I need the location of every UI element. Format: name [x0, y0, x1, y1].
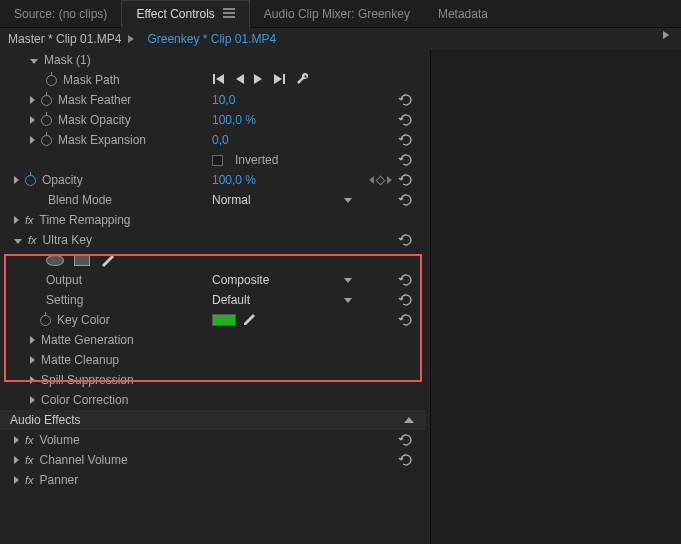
fx-badge-icon: fx: [25, 214, 34, 226]
tab-audio-mixer[interactable]: Audio Clip Mixer: Greenkey: [250, 0, 424, 28]
inverted-row: Inverted: [0, 150, 426, 170]
inverted-label: Inverted: [235, 153, 278, 167]
reset-button[interactable]: [398, 273, 414, 287]
color-corr-label: Color Correction: [41, 393, 128, 407]
rect-mask-icon[interactable]: [74, 254, 90, 266]
twisty-closed-icon[interactable]: [30, 356, 35, 364]
mask-feather-label: Mask Feather: [58, 93, 131, 107]
stopwatch-icon[interactable]: [46, 75, 57, 86]
dropdown-arrow-icon: [344, 298, 352, 303]
stopwatch-active-icon[interactable]: [25, 175, 36, 186]
matte-gen-row[interactable]: Matte Generation: [0, 330, 426, 350]
setting-dropdown[interactable]: Default: [212, 293, 352, 307]
prev-keyframe-icon[interactable]: [369, 176, 374, 184]
eyedropper-icon[interactable]: [242, 313, 256, 327]
volume-row[interactable]: fx Volume: [0, 430, 426, 450]
play-icon[interactable]: [254, 73, 264, 87]
audio-effects-header[interactable]: Audio Effects: [0, 410, 426, 430]
ultra-key-row[interactable]: fx Ultra Key: [0, 230, 426, 250]
mask-opacity-label: Mask Opacity: [58, 113, 131, 127]
reset-button[interactable]: [398, 293, 414, 307]
keyframe-nav: [369, 176, 392, 184]
key-color-row: Key Color: [0, 310, 426, 330]
twisty-closed-icon[interactable]: [14, 176, 19, 184]
stopwatch-icon[interactable]: [41, 95, 52, 106]
twisty-closed-icon[interactable]: [30, 336, 35, 344]
reset-button[interactable]: [398, 453, 414, 467]
tab-source[interactable]: Source: (no clips): [0, 0, 121, 28]
ultra-key-label: Ultra Key: [43, 233, 92, 247]
mask-shape-tools: [0, 250, 426, 270]
blend-mode-label: Blend Mode: [48, 193, 112, 207]
pen-mask-icon[interactable]: [100, 253, 114, 267]
panel-menu-icon[interactable]: [223, 7, 235, 21]
stopwatch-icon[interactable]: [40, 315, 51, 326]
key-color-swatch[interactable]: [212, 314, 236, 326]
timeline-pane[interactable]: [430, 50, 681, 544]
key-color-label: Key Color: [57, 313, 110, 327]
mask-opacity-value[interactable]: 100,0 %: [212, 113, 256, 127]
tab-metadata[interactable]: Metadata: [424, 0, 502, 28]
time-remapping-label: Time Remapping: [40, 213, 131, 227]
twisty-open-icon[interactable]: [30, 59, 38, 64]
fx-badge-icon: fx: [25, 474, 34, 486]
reset-button[interactable]: [398, 313, 414, 327]
color-corr-row[interactable]: Color Correction: [0, 390, 426, 410]
twisty-closed-icon[interactable]: [30, 96, 35, 104]
track-forward-icon[interactable]: [274, 73, 286, 87]
dropdown-arrow-icon: [344, 198, 352, 203]
sequence-clip-link[interactable]: Greenkey * Clip 01.MP4: [147, 32, 276, 46]
mask-group[interactable]: Mask (1): [0, 50, 426, 70]
properties-tree: Mask (1) Mask Path Mask Feather 10,0 Mas…: [0, 50, 426, 490]
twisty-closed-icon[interactable]: [30, 116, 35, 124]
mask-group-label: Mask (1): [44, 53, 91, 67]
matte-cleanup-row[interactable]: Matte Cleanup: [0, 350, 426, 370]
panner-row[interactable]: fx Panner: [0, 470, 426, 490]
twisty-closed-icon[interactable]: [30, 136, 35, 144]
effect-controls-panel: Master * Clip 01.MP4 Greenkey * Clip 01.…: [0, 28, 681, 544]
fx-badge-icon: fx: [28, 234, 37, 246]
collapse-up-icon[interactable]: [404, 417, 414, 423]
go-to-playhead-icon[interactable]: [663, 31, 669, 39]
next-keyframe-icon[interactable]: [387, 176, 392, 184]
ellipse-mask-icon[interactable]: [46, 255, 64, 266]
mask-expansion-value[interactable]: 0,0: [212, 133, 229, 147]
stopwatch-icon[interactable]: [41, 135, 52, 146]
inverted-checkbox[interactable]: [212, 155, 223, 166]
opacity-value[interactable]: 100,0 %: [212, 173, 256, 187]
wrench-icon[interactable]: [296, 73, 308, 88]
output-label: Output: [46, 273, 82, 287]
spill-row[interactable]: Spill Suppression: [0, 370, 426, 390]
track-reverse-icon[interactable]: [212, 73, 224, 87]
twisty-open-icon[interactable]: [14, 239, 22, 244]
tab-effect-controls[interactable]: Effect Controls: [121, 0, 249, 28]
mask-path-transport: [212, 73, 308, 88]
blend-mode-dropdown[interactable]: Normal: [212, 193, 352, 207]
add-keyframe-icon[interactable]: [376, 175, 386, 185]
reset-button[interactable]: [398, 433, 414, 447]
twisty-closed-icon[interactable]: [30, 376, 35, 384]
twisty-closed-icon[interactable]: [14, 476, 19, 484]
dropdown-arrow-icon: [344, 278, 352, 283]
twisty-closed-icon[interactable]: [14, 216, 19, 224]
reset-button[interactable]: [398, 113, 414, 127]
reset-button[interactable]: [398, 233, 414, 247]
mask-path-row: Mask Path: [0, 70, 426, 90]
reset-button[interactable]: [398, 193, 414, 207]
reset-button[interactable]: [398, 133, 414, 147]
output-dropdown[interactable]: Composite: [212, 273, 352, 287]
master-clip-label[interactable]: Master * Clip 01.MP4: [8, 32, 121, 46]
stopwatch-icon[interactable]: [41, 115, 52, 126]
reset-button[interactable]: [398, 153, 414, 167]
mask-feather-value[interactable]: 10,0: [212, 93, 235, 107]
twisty-closed-icon[interactable]: [30, 396, 35, 404]
breadcrumb-arrow-icon: [127, 32, 135, 46]
step-back-icon[interactable]: [234, 73, 244, 87]
channel-volume-row[interactable]: fx Channel Volume: [0, 450, 426, 470]
reset-button[interactable]: [398, 93, 414, 107]
twisty-closed-icon[interactable]: [14, 456, 19, 464]
matte-cleanup-label: Matte Cleanup: [41, 353, 119, 367]
twisty-closed-icon[interactable]: [14, 436, 19, 444]
reset-button[interactable]: [398, 173, 414, 187]
time-remapping-row[interactable]: fx Time Remapping: [0, 210, 426, 230]
